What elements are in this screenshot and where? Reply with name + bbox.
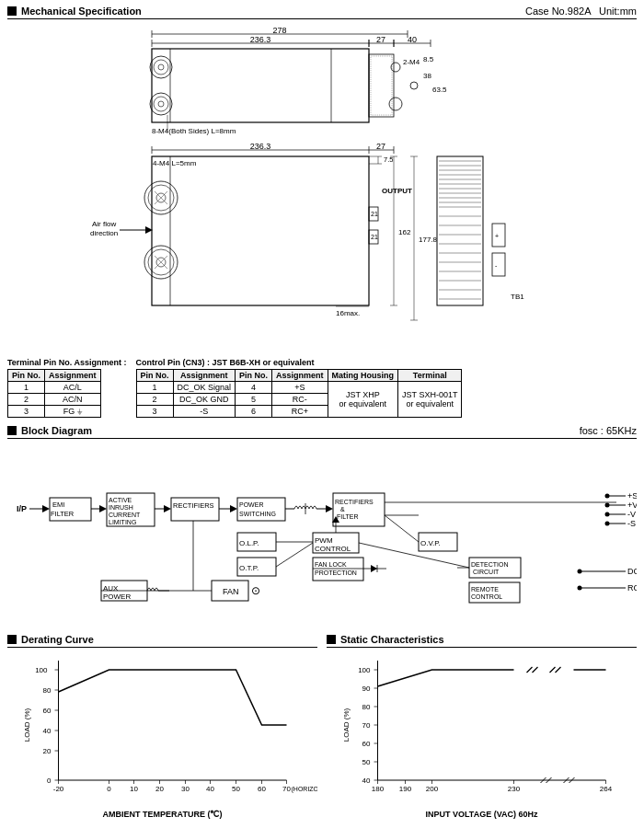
- svg-text:INRUSH: INRUSH: [109, 504, 133, 511]
- svg-text:177.8: 177.8: [419, 236, 438, 244]
- svg-text:FILTER: FILTER: [337, 513, 359, 520]
- svg-text:180: 180: [372, 785, 385, 793]
- ctrl-header-terminal: Terminal: [398, 370, 462, 382]
- svg-line-158: [385, 515, 419, 542]
- svg-marker-113: [99, 505, 107, 512]
- svg-text:7.5: 7.5: [384, 155, 393, 164]
- derating-title-text: Derating Curve: [21, 634, 94, 645]
- table-row: 1AC/L: [8, 382, 101, 394]
- svg-text:20: 20: [43, 747, 52, 755]
- svg-text:60: 60: [258, 785, 266, 793]
- derating-chart: 100 80 60 40 20 0 -20: [7, 651, 317, 808]
- derating-curve-title: Derating Curve: [7, 634, 317, 648]
- svg-text:21: 21: [371, 211, 378, 217]
- svg-text:Air flow: Air flow: [92, 220, 116, 228]
- svg-text:236.3: 236.3: [250, 142, 271, 151]
- svg-text:LOAD (%): LOAD (%): [342, 708, 351, 742]
- svg-text:8.5: 8.5: [423, 55, 434, 63]
- svg-text:EMI: EMI: [52, 501, 64, 509]
- case-no: Case No.982A Unit:mm: [525, 6, 637, 17]
- svg-point-21: [158, 64, 164, 70]
- svg-text:DETECTION: DETECTION: [471, 561, 508, 568]
- static-char-title: Static Characteristics: [327, 634, 637, 648]
- svg-text:AUX: AUX: [103, 584, 119, 593]
- ctrl-header-assign: Assignment: [173, 370, 236, 382]
- static-char-block: Static Characteristics 100 90 80 70: [327, 634, 637, 819]
- svg-text:RECTIFIERS: RECTIFIERS: [173, 501, 214, 510]
- svg-text:70: 70: [282, 785, 291, 793]
- svg-point-24: [158, 101, 164, 107]
- svg-text:0: 0: [107, 785, 111, 793]
- terminal-header-pinno: Pin No.: [8, 370, 45, 382]
- svg-text:FILTER: FILTER: [51, 510, 75, 518]
- static-chart: 100 90 80 70 60 50 40: [327, 651, 637, 808]
- svg-text:100: 100: [35, 666, 48, 674]
- svg-point-23: [154, 97, 168, 111]
- block-diagram-section: Block Diagram fosc : 65KHz I/P EMI FILTE…: [7, 425, 637, 627]
- svg-text:direction: direction: [90, 229, 118, 237]
- table-row: 3FG ⏚: [8, 406, 101, 418]
- svg-text:ACTIVE: ACTIVE: [109, 497, 132, 503]
- mech-spec-title: Mechanical Specification: [21, 6, 142, 17]
- svg-point-139: [605, 494, 610, 499]
- terminal-table-label: Terminal Pin No. Assignment :: [7, 358, 127, 367]
- svg-text:RC: RC: [627, 583, 637, 593]
- svg-point-20: [154, 60, 168, 75]
- svg-text:LIMITING: LIMITING: [109, 519, 136, 525]
- svg-text:264: 264: [600, 785, 613, 793]
- svg-rect-16: [152, 49, 369, 122]
- svg-text:&: &: [340, 506, 345, 512]
- svg-text:-S: -S: [627, 519, 636, 528]
- terminal-table-body: 1AC/L 2AC/N 3FG ⏚: [8, 382, 101, 418]
- svg-text:30: 30: [181, 785, 190, 793]
- svg-point-150: [578, 570, 582, 574]
- block-diagram-drawing: I/P EMI FILTER ACTIVE INRUSH CURRENT LIM…: [7, 443, 637, 627]
- svg-marker-131: [326, 505, 333, 512]
- svg-point-19: [150, 56, 172, 78]
- svg-text:TB1: TB1: [511, 293, 524, 301]
- svg-text:40: 40: [362, 777, 371, 785]
- svg-text:27: 27: [376, 35, 385, 44]
- svg-line-261: [533, 667, 538, 673]
- svg-text:4-M4 L=5mm: 4-M4 L=5mm: [153, 159, 197, 167]
- svg-text:+V: +V: [627, 501, 637, 510]
- svg-text:40: 40: [43, 727, 52, 735]
- svg-text:190: 190: [399, 785, 412, 793]
- svg-point-22: [150, 93, 172, 115]
- svg-point-28: [389, 98, 402, 110]
- svg-text:80: 80: [43, 686, 52, 695]
- tables-section: Terminal Pin No. Assignment : Pin No. As…: [7, 358, 637, 418]
- static-title-text: Static Characteristics: [340, 634, 444, 645]
- svg-rect-26: [371, 56, 392, 115]
- svg-text:SWITCHING: SWITCHING: [239, 511, 276, 517]
- svg-text:FAN LOCK: FAN LOCK: [315, 561, 347, 568]
- svg-point-153: [578, 586, 582, 591]
- svg-point-148: [605, 522, 610, 526]
- svg-text:CIRCUIT: CIRCUIT: [473, 569, 500, 575]
- svg-line-260: [527, 667, 533, 673]
- svg-text:O.V.P.: O.V.P.: [420, 539, 441, 547]
- svg-text:2-M4: 2-M4: [403, 58, 420, 66]
- svg-text:80: 80: [362, 703, 371, 711]
- svg-text:CONTROL: CONTROL: [315, 545, 351, 553]
- header-square: [7, 6, 17, 16]
- svg-text:DC_OK: DC_OK: [627, 567, 637, 576]
- svg-text:27: 27: [376, 142, 385, 151]
- svg-line-262: [550, 667, 556, 673]
- svg-point-29: [410, 82, 418, 89]
- svg-text:100: 100: [358, 666, 371, 674]
- svg-text:REMOTE: REMOTE: [471, 586, 499, 593]
- derating-curve-block: Derating Curve 100 80 60 40: [7, 634, 317, 819]
- mech-spec-header: Mechanical Specification Case No.982A Un…: [7, 6, 637, 19]
- control-table-body: 1 DC_OK Signal 4 +S JST XHPor equivalent…: [136, 382, 462, 418]
- svg-text:63.5: 63.5: [432, 86, 447, 94]
- block-diagram-header: Block Diagram fosc : 65KHz: [7, 425, 637, 439]
- svg-text:-V: -V: [627, 510, 636, 519]
- svg-line-172: [359, 543, 469, 568]
- svg-text:(HORIZONTAL): (HORIZONTAL): [292, 786, 318, 793]
- svg-text:236.3: 236.3: [250, 35, 271, 44]
- svg-text:10: 10: [130, 785, 138, 793]
- svg-marker-124: [230, 505, 237, 512]
- svg-text:200: 200: [426, 785, 439, 793]
- page: Mechanical Specification Case No.982A Un…: [0, 0, 644, 824]
